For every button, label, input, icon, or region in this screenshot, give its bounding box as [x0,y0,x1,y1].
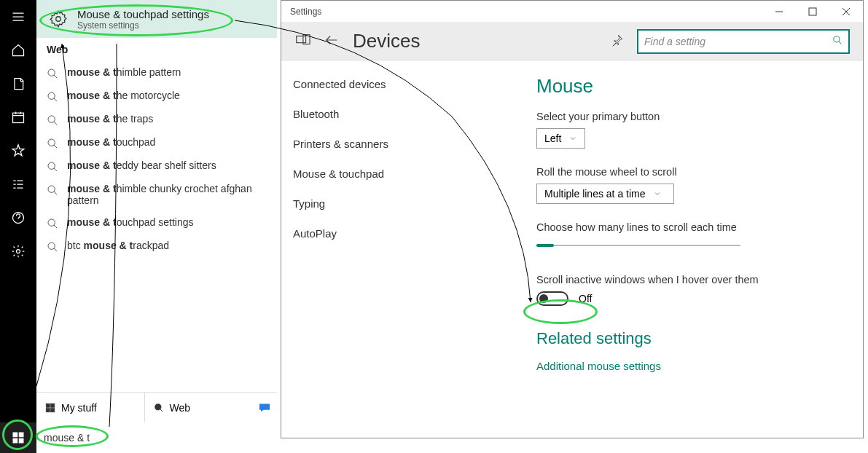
tab-web[interactable]: Web [145,393,253,422]
settings-category-list: Connected devicesBluetoothPrinters & sca… [281,60,515,438]
svg-rect-14 [46,408,50,411]
search-suggestion-text: mouse & thimble chunky crochet afghan pa… [67,183,267,206]
search-suggestion-text: mouse & the traps [67,113,153,125]
svg-rect-12 [46,403,50,407]
calendar-icon[interactable] [0,101,36,134]
svg-point-10 [48,219,55,226]
svg-point-3 [56,17,61,22]
svg-rect-18 [19,433,24,438]
notebook-icon[interactable] [0,67,36,101]
svg-point-16 [155,403,160,409]
settings-category-item[interactable]: Connected devices [281,69,515,99]
back-button[interactable] [324,32,340,51]
svg-point-24 [834,36,840,42]
svg-rect-19 [13,438,18,444]
primary-button-value: Left [544,133,561,144]
settings-category-item[interactable]: Typing [281,189,515,218]
star-icon[interactable] [0,134,36,168]
devices-header-icon [294,32,310,51]
search-suggestion[interactable]: mouse & thimble chunky crochet afghan pa… [36,178,277,211]
svg-rect-17 [13,433,18,438]
chevron-down-icon [568,134,577,143]
window-titlebar[interactable]: Settings [281,1,863,23]
search-suggestion[interactable]: mouse & the motorcycle [36,84,277,108]
cortana-search-panel: Mouse & touchpad settings System setting… [36,0,277,422]
tab-my-stuff[interactable]: My stuff [36,393,145,422]
wheel-value: Multiple lines at a time [544,188,646,200]
svg-point-2 [17,250,20,253]
search-icon [47,91,58,103]
inactive-toggle-value: Off [579,293,592,304]
window-title: Settings [290,7,321,17]
additional-mouse-settings-link[interactable]: Additional mouse settings [536,360,841,372]
search-icon [47,218,58,229]
web-section-header: Web [36,38,277,61]
svg-rect-15 [51,408,55,411]
find-setting-box[interactable] [637,29,850,54]
search-suggestion-text: mouse & touchpad settings [67,216,194,228]
find-setting-input[interactable] [644,36,832,47]
wheel-label: Roll the mouse wheel to scroll [536,166,841,178]
settings-category-item[interactable]: AutoPlay [281,218,515,248]
svg-point-9 [48,186,55,192]
top-result-title: Mouse & touchpad settings [77,8,209,20]
svg-point-4 [48,69,55,76]
settings-content: Mouse Select your primary button Left Ro… [515,60,863,438]
gear-icon [47,7,70,31]
hamburger-icon[interactable] [0,0,36,34]
header-title: Devices [353,30,420,52]
search-icon [47,114,58,126]
search-suggestion[interactable]: mouse & thimble pattern [36,61,277,84]
svg-rect-13 [51,403,55,407]
home-icon[interactable] [0,34,36,67]
wheel-combo[interactable]: Multiple lines at a time [536,184,674,204]
search-icon [47,161,58,173]
help-icon[interactable] [0,201,36,235]
svg-point-6 [48,116,55,122]
feedback-icon[interactable] [252,393,277,422]
maximize-button[interactable] [796,1,829,23]
cortana-left-strip [0,0,36,453]
search-suggestion[interactable]: mouse & teddy bear shelf sitters [36,154,277,178]
svg-rect-22 [297,36,306,42]
close-button[interactable] [829,1,863,23]
search-suggestion-text: btc mouse & trackpad [67,240,169,251]
search-suggestion[interactable]: mouse & touchpad [36,131,277,154]
minimize-button[interactable] [762,1,796,23]
lines-slider[interactable] [536,239,740,253]
search-icon [47,241,58,253]
svg-rect-0 [13,113,24,122]
primary-button-label: Select your primary button [536,111,841,122]
start-button[interactable] [0,422,36,453]
svg-point-11 [48,243,55,249]
inactive-label: Scroll inactive windows when I hover ove… [536,274,841,285]
search-suggestion[interactable]: mouse & touchpad settings [36,211,277,235]
search-suggestion-text: mouse & thimble pattern [67,66,181,78]
settings-icon[interactable] [0,235,36,268]
settings-category-item[interactable]: Mouse & touchpad [281,159,515,189]
search-suggestion[interactable]: btc mouse & trackpad [36,235,277,258]
settings-category-item[interactable]: Bluetooth [281,99,515,129]
list-icon[interactable] [0,168,36,201]
search-suggestion-text: mouse & the motorcycle [67,90,180,101]
search-icon [47,68,58,79]
svg-point-5 [48,92,55,99]
primary-button-combo[interactable]: Left [536,128,585,149]
svg-rect-20 [19,438,24,444]
tab-web-label: Web [170,402,191,414]
settings-window: Settings Devices Connected devicesBlueto… [281,0,864,438]
svg-point-7 [48,139,55,146]
inactive-toggle[interactable] [536,291,568,306]
related-settings-title: Related settings [536,329,841,348]
top-result-subtitle: System settings [77,20,209,31]
search-suggestion[interactable]: mouse & the traps [36,108,277,131]
top-result[interactable]: Mouse & touchpad settings System setting… [36,0,277,38]
settings-category-item[interactable]: Printers & scanners [281,129,515,159]
lines-label: Choose how many lines to scroll each tim… [536,221,841,233]
pin-icon[interactable] [611,34,624,50]
settings-header: Devices [281,23,863,60]
search-suggestion-text: mouse & touchpad [67,136,155,148]
search-icon [47,138,58,149]
chevron-down-icon [653,189,662,198]
cortana-search-input[interactable] [36,422,277,453]
